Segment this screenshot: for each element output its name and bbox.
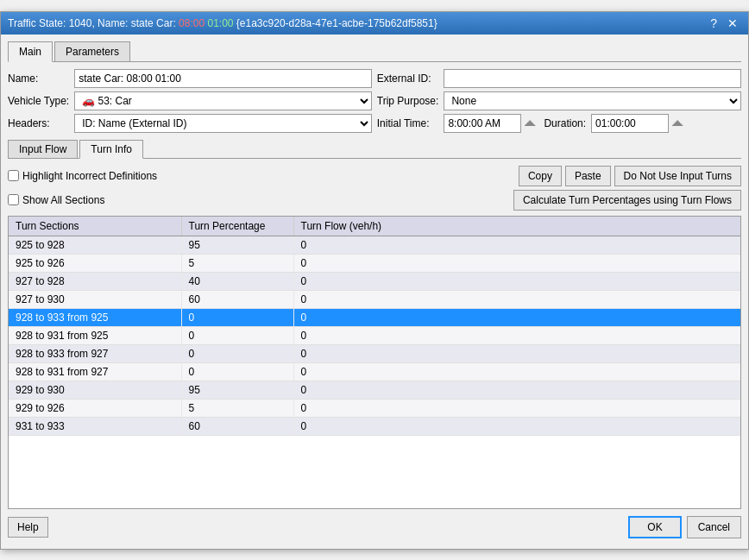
headers-label: Headers: [8,117,69,129]
cell-percent: 0 [181,308,293,326]
time-spinner[interactable]: ⏶ [523,114,538,132]
table-row[interactable]: 925 to 926 5 0 [9,254,740,272]
cell-percent: 0 [181,362,293,381]
cell-flow: 0 [293,272,740,290]
external-id-input[interactable] [444,69,741,88]
form-fields: Name: External ID: Vehicle Type: 🚗 53: C… [8,69,741,133]
cell-percent: 5 [181,254,293,272]
cell-section: 927 to 928 [9,272,181,290]
main-window: Traffic State: 1040, Name: state Car: 08… [0,11,749,550]
col-header-percent: Turn Percentage [181,217,293,236]
name-label: Name: [8,72,69,85]
title-controls: ? ✕ [707,17,741,29]
footer-buttons: OK Cancel [628,516,741,538]
cell-percent: 0 [181,344,293,362]
cell-flow: 0 [293,290,740,308]
copy-button[interactable]: Copy [519,166,562,186]
cell-percent: 60 [181,417,293,435]
title-guid: {e1a3c920-d28a-47e1-acbe-175b62df5851} [234,17,437,29]
table-row[interactable]: 928 to 931 from 927 0 0 [9,362,740,381]
cell-flow: 0 [293,254,740,272]
cell-section: 928 to 931 from 925 [9,326,181,344]
help-button[interactable]: Help [8,517,48,538]
cancel-button[interactable]: Cancel [687,516,741,538]
calc-percentages-button[interactable]: Calculate Turn Percentages using Turn Fl… [513,190,741,211]
initial-time-label: Initial Time: [377,117,430,129]
cell-section: 925 to 928 [9,236,181,254]
cell-percent: 95 [181,381,293,399]
table-row[interactable]: 931 to 933 60 0 [9,417,740,435]
highlight-checkbox[interactable] [8,170,19,181]
cell-flow: 0 [293,362,740,381]
vehicle-type-label: Vehicle Type: [8,95,69,107]
cell-percent: 5 [181,399,293,417]
name-input[interactable] [74,69,372,88]
cell-percent: 0 [181,326,293,344]
table-row[interactable]: 927 to 928 40 0 [9,272,740,290]
cell-section: 927 to 930 [9,290,181,308]
table-header-row: Turn Sections Turn Percentage Turn Flow … [9,217,740,236]
table-row[interactable]: 929 to 926 5 0 [9,399,740,417]
cell-percent: 60 [181,290,293,308]
tab-input-flow[interactable]: Input Flow [8,140,78,159]
show-all-checkbox-label[interactable]: Show All Sections [8,194,513,206]
cell-flow: 0 [293,308,740,326]
cell-section: 928 to 933 from 927 [9,344,181,362]
title-time1: 08:00 [179,17,205,29]
duration-input[interactable] [591,114,669,133]
cell-section: 931 to 933 [9,417,181,435]
col-header-sections: Turn Sections [9,217,181,236]
cell-flow: 0 [293,417,740,435]
cell-section: 929 to 926 [9,399,181,417]
title-bar: Traffic State: 1040, Name: state Car: 08… [1,12,748,35]
cell-flow: 0 [293,326,740,344]
table-row[interactable]: 928 to 931 from 925 0 0 [9,326,740,344]
table-row[interactable]: 928 to 933 from 925 0 0 [9,308,740,326]
cell-flow: 0 [293,236,740,254]
cell-flow: 0 [293,381,740,399]
headers-select[interactable]: ID: Name (External ID) [74,114,372,133]
initial-time-input[interactable] [444,114,521,133]
show-all-label-text: Show All Sections [22,194,104,206]
col-header-flow: Turn Flow (veh/h) [293,217,740,236]
paste-button[interactable]: Paste [565,166,611,186]
top-buttons: Copy Paste Do Not Use Input Turns [519,166,741,186]
inner-tabs: Input Flow Turn Info [8,140,741,159]
table-container: Turn Sections Turn Percentage Turn Flow … [8,216,741,509]
tab-turn-info[interactable]: Turn Info [79,140,143,159]
cell-section: 925 to 926 [9,254,181,272]
cell-flow: 0 [293,344,740,362]
turn-table: Turn Sections Turn Percentage Turn Flow … [9,217,740,436]
toolbar-row-2: Show All Sections Calculate Turn Percent… [8,190,741,211]
title-text: Traffic State: 1040, Name: state Car: 08… [8,17,437,29]
duration-spinner[interactable]: ⏶ [670,114,686,132]
cell-percent: 95 [181,236,293,254]
cell-section: 928 to 933 from 925 [9,308,181,326]
trip-purpose-select[interactable]: None [444,91,741,110]
table-row[interactable]: 929 to 930 95 0 [9,381,740,399]
vehicle-type-select[interactable]: 🚗 53: Car [74,91,372,110]
external-id-label: External ID: [377,72,439,85]
highlight-label-text: Highlight Incorrect Definitions [22,170,157,182]
cell-percent: 40 [181,272,293,290]
title-time2: 01:00 [207,17,233,29]
trip-purpose-label: Trip Purpose: [377,95,439,107]
time-duration-row: ⏶ Duration: ⏶ [444,114,741,133]
table-row[interactable]: 928 to 933 from 927 0 0 [9,344,740,362]
ok-button[interactable]: OK [628,516,681,538]
help-icon-button[interactable]: ? [707,17,721,29]
highlight-checkbox-label[interactable]: Highlight Incorrect Definitions [8,170,157,182]
tab-main[interactable]: Main [8,41,53,62]
close-button[interactable]: ✕ [724,17,741,29]
cell-flow: 0 [293,399,740,417]
duration-label: Duration: [544,117,586,129]
outer-tabs: Main Parameters [8,41,741,62]
title-prefix: Traffic State: 1040, Name: state Car: [8,17,179,29]
tab-parameters[interactable]: Parameters [54,41,130,62]
window-body: Main Parameters Name: External ID: Vehic… [1,35,748,549]
do-not-use-button[interactable]: Do Not Use Input Turns [614,166,741,186]
initial-time-container: Initial Time: [377,117,439,129]
table-row[interactable]: 927 to 930 60 0 [9,290,740,308]
table-row[interactable]: 925 to 928 95 0 [9,236,740,254]
show-all-checkbox[interactable] [8,194,19,205]
